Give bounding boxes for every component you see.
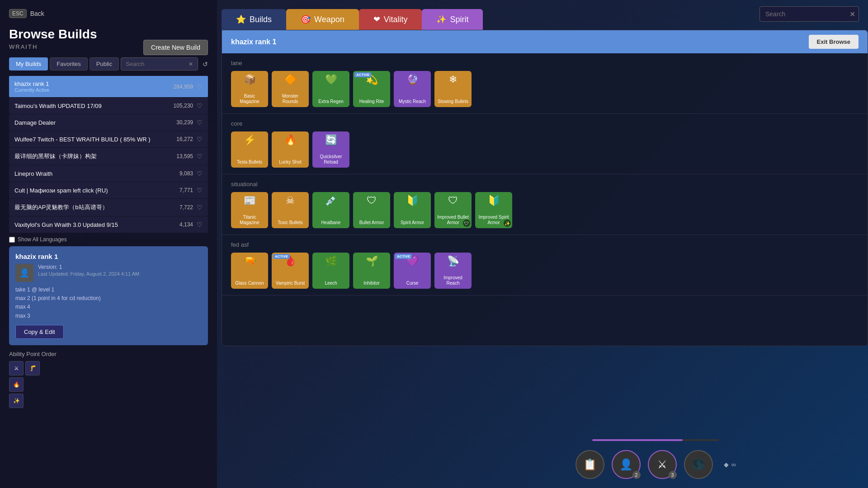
item-spirit-armor[interactable]: 🔰 Spirit Armor <box>394 192 431 228</box>
item-toxic-bullets[interactable]: ☠ Toxic Bullets <box>272 192 309 228</box>
build-item-8[interactable]: Vaxitylol's Gun Wraith 3.0 Updated 9/15 … <box>9 216 208 233</box>
ability-bottom-icon-symbol-2: ⚔ <box>657 458 667 471</box>
heart-icon-1[interactable]: ♡ <box>197 102 203 109</box>
build-item-6[interactable]: Cult | Мафиози spam left click (RU) 7,77… <box>9 182 208 198</box>
basic-magazine-icon: 📦 <box>244 75 256 84</box>
build-item-name-3: Wulfee7 Twitch - BEST WRAITH BUILD ( 85%… <box>14 136 151 143</box>
heart-icon-5[interactable]: ♡ <box>197 170 203 177</box>
item-monster-rounds[interactable]: 🔶 Monster Rounds <box>272 71 309 107</box>
ability-bottom-icon-1[interactable]: 👤 2 <box>612 450 641 479</box>
improved-reach-name: Improved Reach <box>437 275 469 286</box>
item-healing-rite[interactable]: ACTIVE 💫 Healing Rite <box>353 71 390 107</box>
quicksilver-reload-icon: 🔄 <box>325 135 337 145</box>
item-curse[interactable]: ACTIVE 💜 Curse <box>394 253 431 289</box>
item-glass-cannon[interactable]: 🔫 Glass Cannon <box>231 253 268 289</box>
back-button-row[interactable]: ESC Back <box>9 9 208 18</box>
nav-area: ⭐ Builds 🎯 Weapon ❤ Vitality ✨ Spirit ✕ <box>222 0 868 30</box>
search-close-icon[interactable]: ✕ <box>849 10 855 19</box>
monster-rounds-icon: 🔶 <box>284 75 297 84</box>
curse-active-badge: ACTIVE <box>395 254 412 259</box>
weapon-tab-icon: 🎯 <box>301 14 311 24</box>
heart-icon-0[interactable]: ♡ <box>197 83 203 90</box>
lane-section-label: lane <box>231 60 859 66</box>
show-all-languages-checkbox[interactable] <box>9 237 15 243</box>
builds-search-input[interactable] <box>126 61 189 67</box>
show-all-languages-label: Show All Languages <box>18 236 67 243</box>
item-vampiric-burst[interactable]: ACTIVE 🩸 Vampiric Burst <box>272 253 309 289</box>
item-bullet-armor[interactable]: 🛡 Bullet Armor <box>353 192 390 228</box>
build-count-4: 13,595 <box>176 153 193 160</box>
scroll-bar[interactable] <box>592 439 719 441</box>
builds-search-box[interactable]: ✕ <box>121 57 198 70</box>
item-basic-magazine[interactable]: 📦 Basic Magazine <box>231 71 268 107</box>
ability-bottom-icon-symbol-0: 📋 <box>583 458 597 471</box>
build-item-name-5: Linepro Wraith <box>14 170 52 177</box>
vampiric-burst-name: Vampiric Burst <box>276 281 305 286</box>
build-item-name-7: 最无脑的AP灵魅教学（b站高谱哥） <box>14 203 108 211</box>
healbane-icon: 💉 <box>325 196 337 206</box>
ability-bottom-icon-0[interactable]: 📋 <box>576 450 604 479</box>
build-item-name-2: Damage Dealer <box>14 119 56 126</box>
extra-regen-name: Extra Regen <box>318 99 344 104</box>
build-item-2[interactable]: Damage Dealer 30,239 ♡ <box>9 114 208 131</box>
item-improved-bullet-armor[interactable]: 🛡 🛡 Improved Bullet Armor <box>434 192 472 228</box>
build-item-5[interactable]: Linepro Wraith 9,083 ♡ <box>9 165 208 182</box>
leech-name: Leech <box>325 281 337 286</box>
bullet-armor-icon: 🛡 <box>367 196 377 206</box>
heart-icon-8[interactable]: ♡ <box>197 221 203 228</box>
heart-icon-2[interactable]: ♡ <box>197 119 203 126</box>
builds-panel: khazix rank 1 Exit Browse lane 📦 Basic M… <box>222 30 868 346</box>
item-improved-reach[interactable]: 📡 Improved Reach <box>434 253 472 289</box>
build-count-6: 7,771 <box>179 187 193 193</box>
fed-asf-items-row: 🔫 Glass Cannon ACTIVE 🩸 Vampiric Burst 🌿… <box>231 253 859 289</box>
quicksilver-reload-name: Quicksilver Reload <box>315 154 347 165</box>
heart-icon-6[interactable]: ♡ <box>197 187 203 194</box>
spirit-tab-label: Spirit <box>450 15 468 24</box>
item-slowing-bullets[interactable]: ❄ Slowing Bullets <box>434 71 472 107</box>
exit-browse-button[interactable]: Exit Browse <box>809 35 859 49</box>
refresh-icon[interactable]: ↺ <box>203 61 208 68</box>
build-item-3[interactable]: Wulfee7 Twitch - BEST WRAITH BUILD ( 85%… <box>9 131 208 147</box>
item-improved-spirit-armor[interactable]: ✨ 🔰 Improved Spirit Armor <box>475 192 512 228</box>
tab-public[interactable]: Public <box>90 57 119 70</box>
heart-icon-7[interactable]: ♡ <box>197 204 203 211</box>
improved-reach-icon: 📡 <box>447 256 459 266</box>
item-leech[interactable]: 🌿 Leech <box>312 253 349 289</box>
item-healbane[interactable]: 💉 Healbane <box>312 192 349 228</box>
item-titanic-magazine[interactable]: 📰 Titanic Magazine <box>231 192 268 228</box>
build-item-name-4: 最详细的黑帮妹（卡牌妹）构架 <box>14 152 97 160</box>
item-extra-regen[interactable]: 💚 Extra Regen <box>312 71 349 107</box>
esc-badge: ESC <box>9 9 27 18</box>
nav-tab-vitality[interactable]: ❤ Vitality <box>359 9 422 30</box>
create-new-build-button[interactable]: Create New Build <box>143 40 208 55</box>
ability-bottom-icon-3[interactable]: 🌑 <box>684 450 713 479</box>
ability-point-order-section: Ability Point Order ⚔ 🦵 🔥 ✨ <box>9 351 208 408</box>
build-item-7[interactable]: 最无脑的AP灵魅教学（b站高谱哥） 7,722 ♡ <box>9 199 208 216</box>
ability-point-icons: ⚔ 🦵 🔥 ✨ <box>9 361 208 408</box>
build-item-4[interactable]: 最详细的黑帮妹（卡牌妹）构架 13,595 ♡ <box>9 148 208 165</box>
item-quicksilver-reload[interactable]: 🔄 Quicksilver Reload <box>312 131 349 168</box>
ability-bottom-icon-symbol-3: 🌑 <box>692 458 705 471</box>
build-item-0[interactable]: khazix rank 1 Currently Active 284,959 ♡ <box>9 76 208 97</box>
item-lucky-shot[interactable]: 🔥 Lucky Shot <box>272 131 309 168</box>
nav-tab-spirit[interactable]: ✨ Spirit <box>422 9 483 30</box>
builds-panel-header: khazix rank 1 Exit Browse <box>222 30 868 53</box>
improved-spirit-armor-icon: 🔰 <box>488 196 500 206</box>
heart-icon-3[interactable]: ♡ <box>197 136 203 143</box>
spirit-tab-icon: ✨ <box>436 14 446 24</box>
vitality-tab-label: Vitality <box>384 15 408 24</box>
tab-my-builds[interactable]: My Builds <box>9 57 48 70</box>
item-tesla-bullets[interactable]: ⚡ Tesla Bullets <box>231 131 268 168</box>
mystic-reach-icon: 🔮 <box>406 75 419 84</box>
item-mystic-reach[interactable]: 🔮 Mystic Reach <box>394 71 431 107</box>
copy-edit-button[interactable]: Copy & Edit <box>15 325 64 339</box>
top-search-input[interactable] <box>760 6 859 22</box>
situational-items-row: 📰 Titanic Magazine ☠ Toxic Bullets 💉 Hea… <box>231 192 859 228</box>
nav-tab-weapon[interactable]: 🎯 Weapon <box>286 9 359 30</box>
nav-tab-builds[interactable]: ⭐ Builds <box>222 9 286 30</box>
heart-icon-4[interactable]: ♡ <box>197 153 203 160</box>
tab-favorites[interactable]: Favorites <box>50 57 87 70</box>
item-inhibitor[interactable]: 🌱 Inhibitor <box>353 253 390 289</box>
ability-bottom-icon-2[interactable]: ⚔ 3 <box>648 450 677 479</box>
build-item-1[interactable]: Taimou's Wraith UPDATED 17/09 105,230 ♡ <box>9 98 208 114</box>
